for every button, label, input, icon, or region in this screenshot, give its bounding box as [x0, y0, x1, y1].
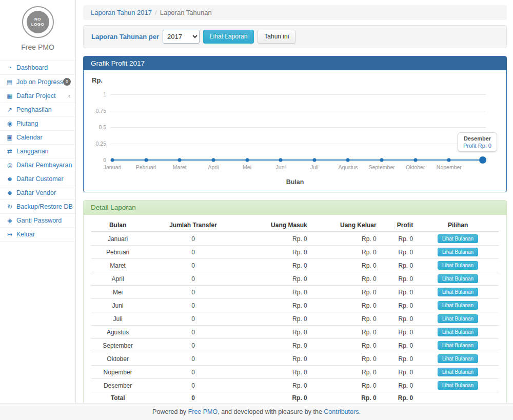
cell-jumlah-transfer: 0: [144, 326, 242, 339]
lihat-bulanan-button[interactable]: Lihat Bulanan: [438, 328, 478, 336]
cell-pilihan: Lihat Bulanan: [417, 246, 499, 259]
sidebar-item-daftar-pembayaran[interactable]: ◎Daftar Pembayaran: [0, 158, 75, 172]
lihat-bulanan-button[interactable]: Lihat Bulanan: [438, 354, 478, 363]
cell-bulan: April: [91, 272, 144, 286]
cell-jumlah-transfer: 0: [144, 366, 242, 379]
sidebar: NO LOGO Free PMO ◔Dashboard▤Job on Progr…: [0, 0, 76, 403]
sidebar-item-daftar-project[interactable]: ▦Daftar Project‹: [0, 89, 75, 103]
sidebar-item-label: Daftar Customer: [16, 175, 64, 183]
sign-out-icon: ↦: [5, 231, 14, 238]
logo-text-line2: LOGO: [31, 22, 45, 27]
cell-uang-keluar: Rp. 0: [311, 326, 381, 339]
footer-link-contributors[interactable]: Contributors.: [324, 408, 361, 415]
lock-icon: ◈: [5, 217, 14, 224]
sidebar-item-ganti-password[interactable]: ◈Ganti Password: [0, 214, 75, 228]
data-point-nopember[interactable]: [447, 158, 451, 162]
data-point-desember[interactable]: [479, 156, 486, 164]
data-point-januari[interactable]: [111, 158, 114, 162]
data-point-maret[interactable]: [178, 158, 182, 162]
cell-uang-masuk: Rp. 0: [242, 312, 311, 326]
lihat-bulanan-button[interactable]: Lihat Bulanan: [438, 288, 478, 296]
chevron-left-icon: ‹: [68, 92, 70, 99]
filter-label: Laporan Tahunan per: [91, 33, 159, 41]
chart-panel-title: Grafik Profit 2017: [84, 56, 506, 70]
sidebar-item-calendar[interactable]: ▣Calendar: [0, 131, 75, 145]
footer-link-freepmo[interactable]: Free PMO: [188, 408, 218, 415]
lihat-bulanan-button[interactable]: Lihat Bulanan: [438, 381, 478, 390]
cell-jumlah-transfer: 0: [144, 246, 242, 259]
sidebar-menu: ◔Dashboard▤Job on Progress0▦Daftar Proje…: [0, 61, 75, 242]
data-point-oktober[interactable]: [413, 158, 417, 162]
detail-table-body: BulanJumlah TransferUang MasukUang Kelua…: [84, 215, 506, 409]
sidebar-item-dashboard[interactable]: ◔Dashboard: [0, 61, 75, 75]
cell-uang-masuk: Rp. 0: [242, 232, 311, 246]
y-axis-title: Rp.: [92, 76, 500, 84]
breadcrumb-link[interactable]: Laporan Tahun 2017: [91, 9, 152, 16]
sidebar-item-label: Ganti Password: [16, 217, 62, 224]
year-select[interactable]: 2017: [163, 30, 200, 44]
y-tick-label: 0.5: [90, 124, 106, 130]
cell-jumlah-transfer: 0: [144, 299, 242, 312]
sidebar-item-daftar-vendor[interactable]: ☻Daftar Vendor: [0, 186, 75, 200]
data-point-pebruari[interactable]: [144, 158, 148, 162]
column-header-bulan: Bulan: [91, 219, 144, 232]
data-point-september[interactable]: [380, 158, 384, 162]
cell-bulan: Mei: [91, 286, 144, 299]
sidebar-item-backup-restore-db[interactable]: ↻Backup/Restore DB: [0, 200, 75, 214]
cell-uang-masuk: Rp. 0: [242, 379, 311, 392]
this-year-button[interactable]: Tahun ini: [258, 30, 295, 44]
sidebar-item-keluar[interactable]: ↦Keluar: [0, 228, 75, 242]
sidebar-item-penghasilan[interactable]: ↗Penghasilan: [0, 103, 75, 117]
sidebar-item-daftar-customer[interactable]: ☻Daftar Customer: [0, 172, 75, 186]
no-logo-seal-icon: NO LOGO: [27, 11, 49, 33]
table-row-september: September0Rp. 0Rp. 0Rp. 0Lihat Bulanan: [91, 339, 499, 352]
lihat-bulanan-button[interactable]: Lihat Bulanan: [438, 248, 478, 256]
lihat-bulanan-button[interactable]: Lihat Bulanan: [438, 368, 478, 376]
cell-uang-keluar: Rp. 0: [311, 339, 381, 352]
cell-uang-masuk: Rp. 0: [242, 392, 311, 404]
cell-uang-keluar: Rp. 0: [311, 312, 381, 326]
y-tick-label: 0.75: [90, 108, 106, 114]
sidebar-item-piutang[interactable]: ◉Piutang: [0, 117, 75, 131]
cell-uang-masuk: Rp. 0: [242, 339, 311, 352]
cell-uang-keluar: Rp. 0: [311, 232, 381, 246]
sidebar-item-job-on-progress[interactable]: ▤Job on Progress0: [0, 75, 75, 89]
chart-line-icon: ↗: [5, 106, 14, 113]
column-header-jumlah-transfer: Jumlah Transfer: [144, 219, 242, 232]
retweet-icon: ⇄: [5, 148, 14, 155]
data-point-juni[interactable]: [279, 158, 283, 162]
cell-pilihan: Lihat Bulanan: [417, 339, 499, 352]
cell-uang-masuk: Rp. 0: [242, 326, 311, 339]
cell-jumlah-transfer: 0: [144, 392, 242, 404]
cell-uang-masuk: Rp. 0: [242, 299, 311, 312]
data-point-mei[interactable]: [245, 158, 249, 162]
cell-bulan: September: [91, 339, 144, 352]
column-header-uang-masuk: Uang Masuk: [242, 219, 311, 232]
sidebar-item-langganan[interactable]: ⇄Langganan: [0, 145, 75, 158]
chart-body: Rp. Desember Profit Rp: 0 10.750.50.250J…: [84, 70, 506, 192]
lihat-bulanan-button[interactable]: Lihat Bulanan: [438, 274, 478, 283]
x-tick-label: Oktober: [406, 164, 425, 170]
cell-uang-masuk: Rp. 0: [242, 352, 311, 366]
tooltip-title: Desember: [463, 135, 491, 142]
view-report-button[interactable]: Lihat Laporan: [203, 30, 254, 44]
lihat-bulanan-button[interactable]: Lihat Bulanan: [438, 261, 478, 270]
data-point-april[interactable]: [211, 158, 215, 162]
cell-bulan: Pebruari: [91, 246, 144, 259]
lihat-bulanan-button[interactable]: Lihat Bulanan: [438, 234, 478, 243]
data-point-agustus[interactable]: [346, 158, 350, 162]
profit-chart-panel: Grafik Profit 2017 Rp. Desember Profit R…: [83, 56, 507, 192]
cell-uang-masuk: Rp. 0: [242, 286, 311, 299]
x-tick-label: Juli: [310, 164, 319, 170]
cell-profit: Rp. 0: [381, 392, 417, 404]
cell-bulan: Januari: [91, 232, 144, 246]
detail-report-panel: Detail Laporan BulanJumlah TransferUang …: [83, 200, 507, 409]
lihat-bulanan-button[interactable]: Lihat Bulanan: [438, 314, 478, 323]
lihat-bulanan-button[interactable]: Lihat Bulanan: [438, 301, 478, 310]
data-point-juli[interactable]: [312, 158, 316, 162]
lihat-bulanan-button[interactable]: Lihat Bulanan: [438, 341, 478, 350]
breadcrumb-separator: /: [155, 9, 157, 16]
cell-profit: Rp. 0: [381, 246, 417, 259]
x-tick-label: September: [368, 164, 394, 170]
cell-pilihan: Lihat Bulanan: [417, 272, 499, 286]
